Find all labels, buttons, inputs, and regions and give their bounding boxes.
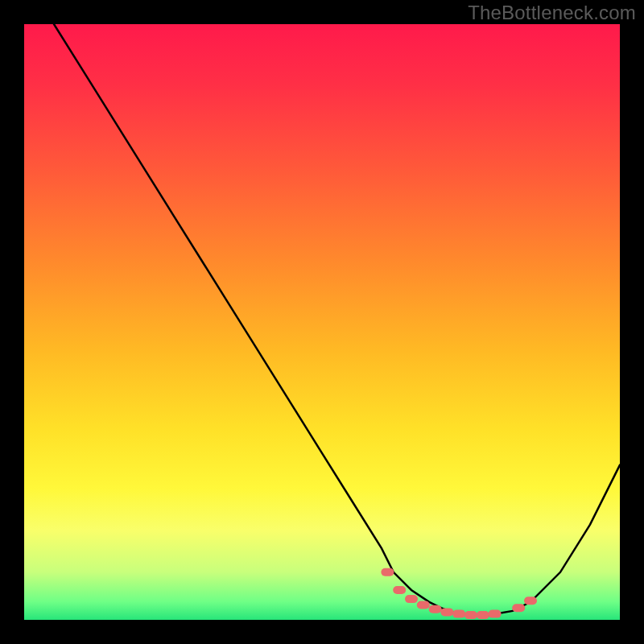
highlight-marker	[417, 601, 430, 609]
highlight-marker	[440, 608, 453, 616]
watermark-label: TheBottleneck.com	[468, 2, 636, 24]
highlight-marker	[452, 610, 465, 618]
bottleneck-curve-line	[54, 24, 620, 615]
highlight-marker	[512, 604, 525, 612]
highlight-marker	[524, 597, 537, 605]
highlight-marker	[489, 610, 502, 618]
highlight-marker	[429, 605, 442, 613]
highlight-marker	[464, 611, 477, 619]
chart-frame: TheBottleneck.com	[0, 0, 644, 644]
plot-area	[24, 24, 620, 620]
highlight-marker	[477, 611, 489, 619]
chart-svg	[24, 24, 620, 620]
highlight-marker	[405, 595, 418, 603]
highlight-marker	[393, 586, 406, 594]
highlight-marker	[381, 568, 394, 576]
